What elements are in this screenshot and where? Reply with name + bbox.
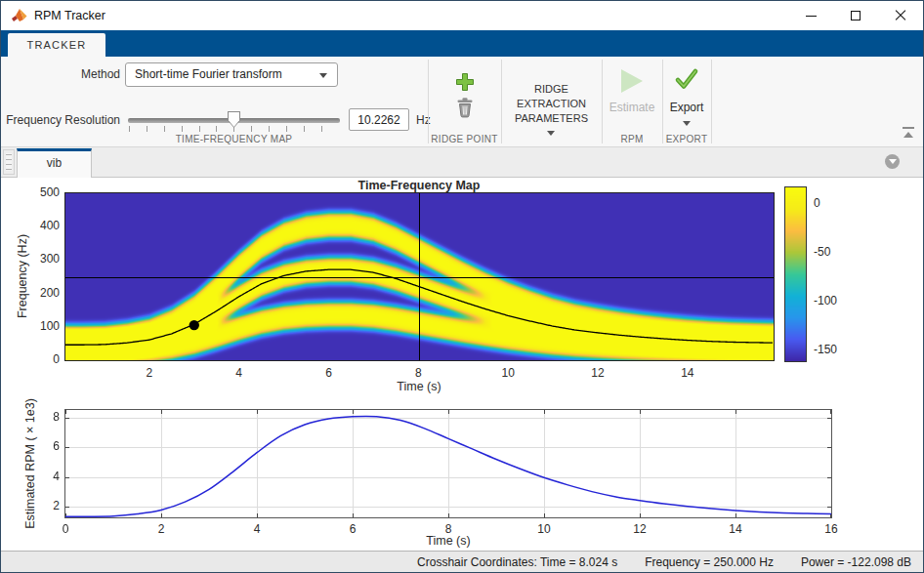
- spectrogram-canvas[interactable]: [64, 192, 775, 361]
- frequency-resolution-slider[interactable]: [128, 109, 340, 133]
- spec-ytick-label: 0: [21, 352, 60, 366]
- rpm-plot-canvas: [64, 409, 832, 518]
- section-time-frequency-map: TIME-FREQUENCY MAP: [128, 134, 340, 144]
- section-export: EXPORT: [662, 134, 711, 144]
- chevron-down-icon: [683, 121, 691, 126]
- rpm-xtick-label: 0: [46, 522, 85, 536]
- collapse-ribbon-button[interactable]: [902, 127, 915, 139]
- spec-ytick-label: 400: [21, 219, 60, 232]
- rpm-ytick-label: 6: [21, 439, 60, 453]
- status-frequency: Frequency = 250.000 Hz: [645, 555, 774, 569]
- ridge-extraction-parameters-button[interactable]: RIDGE EXTRACTION PARAMETERS: [501, 57, 602, 144]
- spec-ytick-label: 100: [21, 319, 60, 333]
- colorbar-tick-label: -100: [814, 294, 853, 307]
- export-button[interactable]: [662, 66, 711, 92]
- spectrogram-xlabel: Time (s): [397, 380, 441, 393]
- estimate-button-label[interactable]: Estimate: [602, 101, 662, 114]
- ridge-params-line3: PARAMETERS: [501, 111, 602, 126]
- chevron-down-icon: [547, 131, 555, 136]
- minimize-button[interactable]: [788, 1, 833, 30]
- colorbar: [784, 186, 807, 362]
- spectrogram-ylabel: Frequency (Hz): [16, 234, 29, 318]
- colorbar-tick-label: -50: [814, 245, 853, 259]
- title-bar[interactable]: RPM Tracker: [1, 1, 923, 30]
- close-icon: [895, 10, 906, 21]
- minimize-icon: [806, 16, 817, 17]
- rpm-ytick-label: 2: [21, 499, 60, 512]
- ribbon-divider: [711, 60, 712, 143]
- spec-xtick-label: 12: [578, 366, 617, 380]
- ridge-params-line2: EXTRACTION: [501, 97, 602, 111]
- spec-xtick-label: 10: [488, 366, 527, 380]
- spec-xtick-label: 6: [310, 366, 349, 380]
- document-actions-button[interactable]: [885, 154, 900, 169]
- ridge-params-line1: RIDGE: [501, 82, 602, 97]
- document-tab-bar: vib: [1, 147, 923, 178]
- maximize-icon: [851, 11, 861, 20]
- status-bar: Crosshair Coordinates: Time = 8.024 s Fr…: [1, 551, 923, 572]
- panel-grip-icon[interactable]: [3, 149, 15, 175]
- plus-icon: [454, 71, 476, 93]
- ribbon-tab-strip: TRACKER: [1, 30, 923, 57]
- spec-ytick-label: 200: [21, 286, 60, 300]
- delete-ridge-point-button[interactable]: [428, 96, 501, 119]
- rpm-xtick-label: 10: [525, 522, 564, 536]
- rpm-xlabel: Time (s): [426, 534, 470, 548]
- tab-tracker[interactable]: TRACKER: [8, 33, 105, 57]
- matlab-logo-icon: [11, 7, 28, 24]
- rpm-xtick-label: 14: [716, 522, 755, 536]
- spec-ytick-label: 500: [21, 185, 60, 199]
- section-ridge-point: RIDGE POINT: [428, 134, 501, 144]
- collapse-ribbon-icon: [903, 127, 914, 129]
- tab-vib[interactable]: vib: [17, 148, 92, 178]
- spec-xtick-label: 4: [220, 366, 259, 380]
- check-icon: [674, 67, 699, 91]
- estimate-button[interactable]: [602, 68, 662, 94]
- colorbar-tick-label: -150: [814, 343, 853, 356]
- method-label: Method: [1, 62, 120, 86]
- status-crosshair-time: Crosshair Coordinates: Time = 8.024 s: [417, 555, 617, 569]
- slider-ticks: [129, 126, 335, 132]
- method-dropdown[interactable]: Short-time Fourier transform: [125, 62, 338, 87]
- chevron-down-icon: [319, 73, 327, 78]
- add-ridge-point-button[interactable]: [428, 69, 501, 95]
- rpm-ytick-label: 4: [21, 470, 60, 483]
- maximize-button[interactable]: [833, 1, 878, 30]
- rpm-xtick-label: 6: [333, 522, 372, 536]
- chevron-down-icon: [889, 159, 897, 164]
- rpm-xtick-label: 16: [812, 522, 851, 536]
- rpm-xtick-label: 4: [237, 522, 276, 536]
- spectrogram-title: Time-Frequency Map: [358, 179, 481, 192]
- rpm-xtick-label: 8: [429, 522, 468, 536]
- colorbar-tick-label: 0: [814, 196, 853, 210]
- spec-xtick-label: 14: [668, 366, 707, 380]
- frequency-resolution-label: Frequency Resolution: [1, 108, 120, 132]
- spec-ytick-label: 300: [21, 252, 60, 266]
- status-power: Power = -122.098 dB: [801, 555, 911, 569]
- frequency-resolution-input[interactable]: [349, 108, 409, 131]
- export-button-label[interactable]: Export: [662, 101, 711, 114]
- trash-icon: [455, 97, 475, 118]
- chevron-up-icon: [903, 132, 913, 138]
- rpm-xtick-label: 2: [142, 522, 181, 536]
- spec-xtick-label: 8: [399, 366, 438, 380]
- rpm-xtick-label: 12: [620, 522, 659, 536]
- method-dropdown-value: Short-time Fourier transform: [135, 67, 282, 81]
- section-rpm: RPM: [602, 134, 662, 144]
- rpm-tracker-window: RPM Tracker TRACKER Method Short-time Fo…: [0, 0, 924, 573]
- ribbon-toolbar: Method Short-time Fourier transform Freq…: [1, 57, 923, 147]
- window-title: RPM Tracker: [34, 9, 105, 22]
- play-icon: [621, 69, 643, 93]
- rpm-ytick-label: 8: [21, 410, 60, 424]
- spec-xtick-label: 2: [130, 366, 169, 380]
- close-button[interactable]: [878, 1, 923, 30]
